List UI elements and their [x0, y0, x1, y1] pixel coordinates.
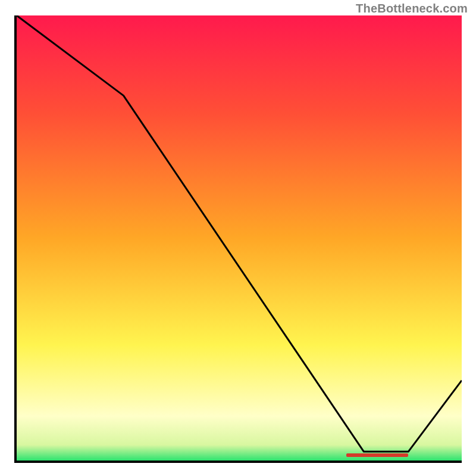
attribution-text: TheBottleneck.com [356, 2, 468, 15]
chart-line [17, 15, 462, 461]
chart-series-polyline [17, 15, 462, 452]
chart-optimal-marker [346, 453, 409, 457]
chart-inner [17, 15, 462, 461]
chart-plot-area [14, 15, 462, 463]
